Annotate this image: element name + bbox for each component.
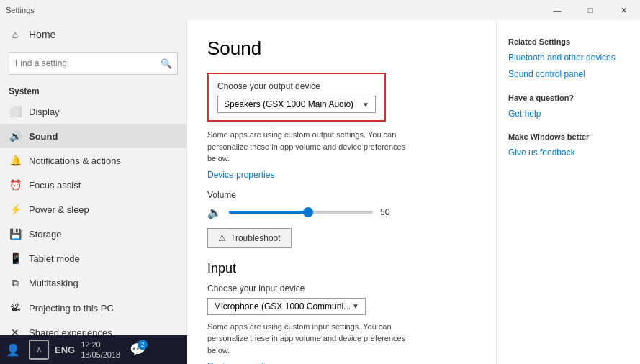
volume-value: 50 xyxy=(380,207,389,217)
output-troubleshoot-button[interactable]: ⚠ Troubleshoot xyxy=(207,228,292,248)
title-bar-title: Settings xyxy=(6,6,35,14)
sidebar-item-label: Multitasking xyxy=(29,278,78,288)
taskbar-messages[interactable]: 💬 2 xyxy=(126,338,149,361)
sidebar-item-multitasking[interactable]: ⧉ Multitasking xyxy=(0,270,186,296)
related-settings-title: Related Settings xyxy=(508,37,628,46)
sidebar-item-sound[interactable]: 🔊 Sound xyxy=(0,124,186,148)
output-device-value: Speakers (GSX 1000 Main Audio) xyxy=(224,99,353,109)
sidebar-item-label: Display xyxy=(29,106,60,117)
sidebar-item-label: Sound xyxy=(29,131,58,142)
main-content: Sound Choose your output device Speakers… xyxy=(187,20,496,364)
close-button[interactable]: ✕ xyxy=(607,0,640,20)
search-input[interactable] xyxy=(9,52,178,75)
app-body: ⌂ Home 🔍 System ⬜ Display 🔊 Sound 🔔 Noti… xyxy=(0,20,640,364)
chevron-up-icon: ∧ xyxy=(36,345,42,355)
volume-slider-fill xyxy=(229,211,308,214)
taskbar-date-value: 18/05/2018 xyxy=(81,350,120,360)
sidebar-item-notifications[interactable]: 🔔 Notifications & actions xyxy=(0,148,186,173)
output-device-select[interactable]: Speakers (GSX 1000 Main Audio) ▼ xyxy=(217,96,376,113)
taskbar-language: ENG xyxy=(55,345,75,355)
troubleshoot-label: Troubleshoot xyxy=(230,233,281,243)
volume-row: 🔈 50 xyxy=(207,206,476,219)
sidebar-item-label: Projecting to this PC xyxy=(29,303,114,314)
bluetooth-link[interactable]: Bluetooth and other devices xyxy=(508,52,628,64)
output-device-properties-link[interactable]: Device properties xyxy=(207,170,274,180)
sidebar-item-projecting[interactable]: 📽 Projecting to this PC xyxy=(0,296,186,320)
question-section: Have a question? Get help xyxy=(508,94,628,120)
input-info-text: Some apps are using custom input setting… xyxy=(207,321,423,357)
sidebar-item-storage[interactable]: 💾 Storage xyxy=(0,222,186,246)
notifications-icon: 🔔 xyxy=(9,155,22,166)
input-device-value: Microphone (GSX 1000 Communi... xyxy=(214,301,351,311)
taskbar-datetime: 12:20 18/05/2018 xyxy=(81,340,120,360)
volume-label: Volume xyxy=(207,190,476,200)
page-title: Sound xyxy=(207,37,476,60)
taskbar: 👤 ∧ ENG 12:20 18/05/2018 💬 2 xyxy=(0,335,187,364)
projecting-icon: 📽 xyxy=(9,302,22,314)
windows-better-title: Make Windows better xyxy=(508,132,628,141)
minimize-button[interactable]: — xyxy=(541,0,574,20)
get-help-link[interactable]: Get help xyxy=(508,108,628,120)
title-bar: Settings — □ ✕ xyxy=(0,0,640,20)
sidebar-home-label: Home xyxy=(29,29,55,40)
sidebar-item-label: Power & sleep xyxy=(29,204,89,215)
storage-icon: 💾 xyxy=(9,228,22,240)
sidebar-item-power[interactable]: ⚡ Power & sleep xyxy=(0,197,186,222)
sidebar-item-label: Focus assist xyxy=(29,180,81,191)
volume-icon: 🔈 xyxy=(207,206,222,219)
tablet-icon: 📱 xyxy=(9,252,22,264)
output-info-text: Some apps are using custom output settin… xyxy=(207,129,423,165)
sidebar-item-tablet[interactable]: 📱 Tablet mode xyxy=(0,246,186,270)
right-panel: Related Settings Bluetooth and other dev… xyxy=(496,20,640,364)
output-device-box: Choose your output device Speakers (GSX … xyxy=(207,73,386,122)
sidebar-item-home[interactable]: ⌂ Home xyxy=(0,20,186,46)
taskbar-chevron[interactable]: ∧ xyxy=(29,340,49,360)
taskbar-time-value: 12:20 xyxy=(81,340,120,350)
sidebar-item-label: Storage xyxy=(29,229,62,240)
dropdown-arrow-icon: ▼ xyxy=(362,101,369,109)
sidebar-search-container: 🔍 xyxy=(9,52,178,75)
feedback-link[interactable]: Give us feedback xyxy=(508,147,628,159)
dropdown-arrow-icon: ▼ xyxy=(352,302,359,310)
input-title: Input xyxy=(207,261,476,276)
multitasking-icon: ⧉ xyxy=(9,277,22,289)
power-icon: ⚡ xyxy=(9,204,22,215)
input-section-label: Choose your input device xyxy=(207,283,476,294)
volume-slider[interactable] xyxy=(229,211,373,214)
focus-icon: ⏰ xyxy=(9,179,22,191)
volume-slider-thumb[interactable] xyxy=(303,207,313,217)
home-icon: ⌂ xyxy=(9,29,22,40)
sidebar-item-focus[interactable]: ⏰ Focus assist xyxy=(0,173,186,197)
sidebar-section-label: System xyxy=(0,81,186,99)
input-device-select[interactable]: Microphone (GSX 1000 Communi... ▼ xyxy=(207,298,366,315)
sidebar-item-display[interactable]: ⬜ Display xyxy=(0,99,186,124)
title-bar-controls: — □ ✕ xyxy=(541,0,640,20)
input-device-properties-link[interactable]: Device properties xyxy=(207,361,274,364)
sidebar-item-label: Tablet mode xyxy=(29,253,80,264)
sidebar: ⌂ Home 🔍 System ⬜ Display 🔊 Sound 🔔 Noti… xyxy=(0,20,187,364)
message-badge: 2 xyxy=(138,340,148,350)
sound-icon: 🔊 xyxy=(9,130,22,142)
person-icon: 👤 xyxy=(0,335,26,364)
display-icon: ⬜ xyxy=(9,106,22,117)
output-section-label: Choose your output device xyxy=(217,81,376,91)
sidebar-item-label: Notifications & actions xyxy=(29,155,121,166)
question-title: Have a question? xyxy=(508,94,628,102)
maximize-button[interactable]: □ xyxy=(574,0,607,20)
feedback-section: Make Windows better Give us feedback xyxy=(508,132,628,159)
volume-section: Volume 🔈 50 xyxy=(207,190,476,219)
warning-icon: ⚠ xyxy=(218,233,226,243)
sound-control-link[interactable]: Sound control panel xyxy=(508,68,628,81)
search-icon: 🔍 xyxy=(161,58,172,69)
